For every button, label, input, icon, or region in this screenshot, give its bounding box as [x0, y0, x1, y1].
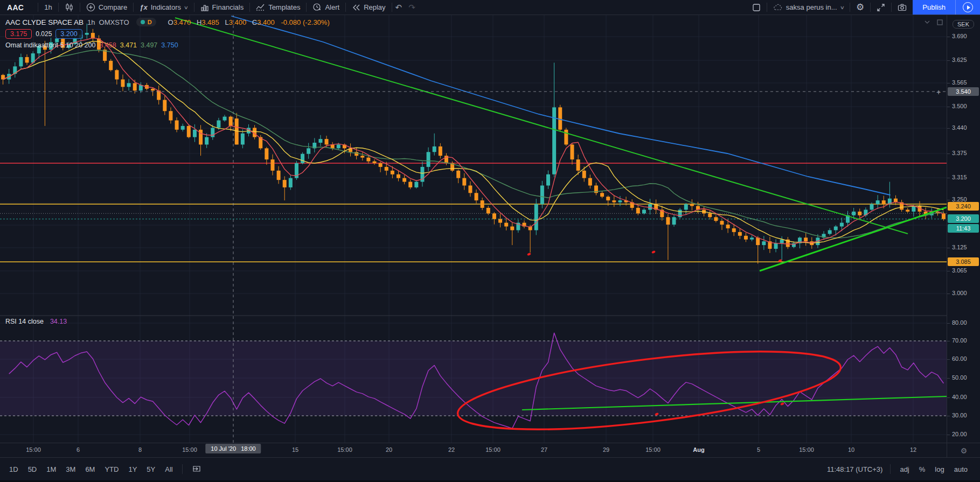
price-axis-tick: 3.375 — [952, 150, 967, 156]
top-toolbar: AAC 1h Compare ƒx Indicators ∨ — [0, 0, 980, 15]
time-axis-tick: 27 — [541, 446, 547, 453]
price-axis-tick: 3.000 — [952, 290, 967, 296]
publish-button[interactable]: Publish — [913, 0, 955, 15]
price-axis-tick: 3.065 — [952, 267, 967, 274]
entry-price-chip[interactable]: 3.200 — [55, 29, 82, 39]
financials-button[interactable]: Financials — [194, 0, 250, 15]
clock[interactable]: 11:48:17 (UTC+3) — [827, 465, 886, 473]
ma200-line — [232, 16, 890, 195]
chart-style-button[interactable] — [59, 0, 80, 15]
price-axis[interactable]: SEK 3.6903.6253.5653.5003.4403.3753.3153… — [947, 15, 980, 443]
chart-settings-button[interactable]: ⚙ — [850, 0, 870, 15]
undo-button[interactable]: ↶ — [392, 0, 406, 15]
range-button-5d[interactable]: 5D — [23, 465, 42, 473]
alert-button[interactable]: Alert — [307, 0, 345, 15]
upper-level-price-chip: 3.240 — [948, 202, 979, 211]
interval-button[interactable]: 1h — [38, 0, 58, 15]
tradingview-app: AAC 1h Compare ƒx Indicators ∨ — [0, 0, 980, 482]
fullscreen-icon — [877, 3, 885, 12]
lower-level-price-chip: 3.085 — [948, 257, 979, 266]
time-axis-tick: 15:00 — [485, 446, 501, 453]
toggle-percent[interactable]: % — [914, 465, 930, 473]
indicator-legend-row[interactable]: Omat indikaattorit 5 10 20 200 3.458 3.4… — [5, 41, 330, 49]
chart-canvas[interactable] — [0, 15, 947, 443]
rsi-name: RSI 14 close — [5, 318, 44, 325]
range-button-1y[interactable]: 1Y — [123, 465, 142, 473]
ma10-value: 3.471 — [120, 41, 137, 49]
indicators-button[interactable]: ƒx Indicators ∨ — [134, 0, 193, 15]
price-axis-tick: 3.565 — [952, 79, 967, 86]
pane-maximize-icon[interactable] — [936, 18, 943, 28]
rsi-legend-row[interactable]: RSI 14 close 34.13 — [5, 318, 67, 325]
time-axis-tick: 22 — [448, 446, 455, 453]
replay-label: Replay — [364, 3, 385, 11]
toggle-log[interactable]: log — [930, 465, 949, 473]
divider — [890, 464, 891, 474]
cloud-sync-icon — [773, 3, 783, 12]
price-axis-tick: 40.00 — [952, 394, 967, 400]
goto-date-button[interactable] — [187, 464, 206, 474]
replay-icon — [352, 4, 360, 11]
price-axis-tick: 80.00 — [952, 319, 967, 326]
ma200-value: 3.750 — [161, 41, 178, 49]
order-distance: 0.025 — [36, 30, 52, 38]
stop-price-chip[interactable]: 3.175 — [5, 29, 32, 39]
time-axis-tick: 15:00 — [26, 446, 41, 453]
range-button-3m[interactable]: 3M — [61, 465, 80, 473]
range-button-1m[interactable]: 1M — [41, 465, 61, 473]
time-axis-tick: 15:00 — [182, 446, 197, 453]
toggle-adj[interactable]: adj — [895, 465, 914, 473]
time-axis-tick: 15:00 — [337, 446, 352, 453]
compare-button[interactable]: Compare — [80, 0, 133, 15]
time-axis-tick: Aug — [693, 446, 704, 453]
play-icon — [963, 2, 973, 12]
time-axis-tick: 15:00 — [799, 446, 814, 453]
compare-plus-icon — [86, 3, 95, 12]
time-axis-tick: 5 — [757, 446, 760, 453]
symbol-legend-row[interactable]: AAC CLYDE SPACE AB 1h OMXSTO D O3.470 H3… — [5, 18, 330, 26]
ohlc-values: O3.470 H3.485 L3.400 C3.400 -0.080 (-2.3… — [164, 18, 330, 26]
range-button-1d[interactable]: 1D — [4, 465, 23, 473]
red-mark-annotation — [651, 250, 656, 254]
session-badge: D — [148, 19, 152, 25]
candles-icon — [65, 3, 74, 12]
publish-menu-button[interactable] — [955, 0, 980, 15]
time-axis-tick: 12 — [910, 446, 916, 453]
range-button-ytd[interactable]: YTD — [100, 465, 123, 473]
time-axis[interactable]: ⚙ 15:006815:001515:00202215:00272915:00A… — [0, 443, 980, 458]
currency-button[interactable]: SEK — [953, 20, 974, 29]
compare-label: Compare — [99, 3, 127, 11]
indicators-label: Indicators — [151, 3, 181, 11]
rsi-band — [0, 341, 947, 416]
rsi-value: 34.13 — [50, 318, 67, 325]
replay-button[interactable]: Replay — [346, 0, 391, 15]
fullscreen-button[interactable] — [871, 0, 891, 15]
symbol-button[interactable]: AAC — [0, 0, 38, 15]
legend-interval: 1h — [87, 18, 95, 26]
range-button-5y[interactable]: 5Y — [142, 465, 160, 473]
legend-exchange: OMXSTO — [99, 18, 129, 26]
redo-button[interactable]: ↷ — [405, 0, 419, 15]
snapshot-button[interactable] — [892, 0, 913, 15]
ma5-value: 3.458 — [99, 41, 116, 49]
price-axis-tick: 3.625 — [952, 57, 967, 63]
pane-collapse-icon[interactable] — [923, 18, 931, 28]
saved-layout-button[interactable]: saksa perus in... ∨ — [767, 0, 850, 15]
time-axis-tick: 6 — [77, 446, 80, 453]
bottom-toolbar: 1D5D1M3M6MYTD1Y5YAll 11:48:17 (UTC+3) ad… — [0, 457, 980, 480]
price-axis-tick: 3.690 — [952, 33, 967, 39]
price-axis-tick: 3.315 — [952, 174, 967, 180]
price-axis-tick: 3.440 — [952, 124, 967, 131]
toggle-auto[interactable]: auto — [949, 465, 972, 473]
range-button-6m[interactable]: 6M — [80, 465, 100, 473]
time-axis-settings[interactable]: ⚙ — [947, 443, 980, 458]
ma10-line — [3, 41, 944, 243]
range-button-all[interactable]: All — [160, 465, 177, 473]
scale-toggles: adj%logauto — [895, 465, 972, 473]
templates-button[interactable]: Templates — [250, 0, 306, 15]
time-axis-tick: 15:00 — [645, 446, 661, 453]
layout-name: saksa perus in... — [786, 3, 837, 11]
price-axis-tick: 70.00 — [952, 337, 967, 344]
layout-select-button[interactable] — [746, 0, 767, 15]
bottom-right: 11:48:17 (UTC+3) adj%logauto — [827, 464, 980, 474]
